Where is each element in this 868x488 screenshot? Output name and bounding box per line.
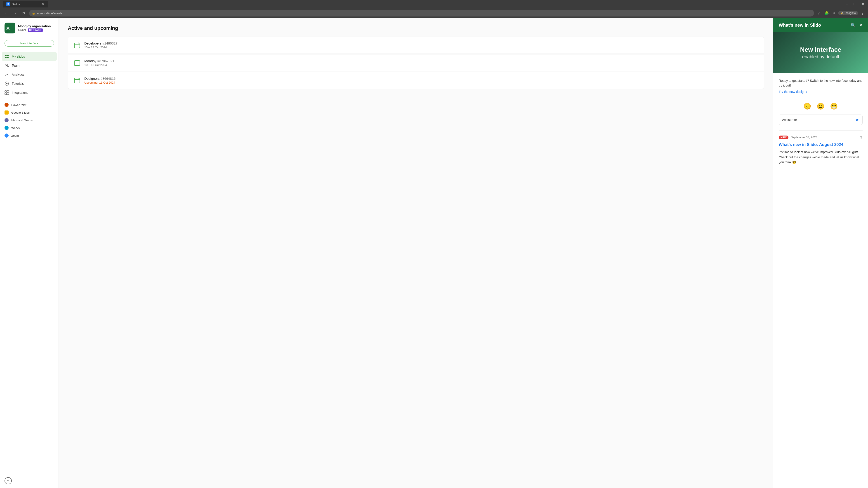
panel-header-actions: 🔍 ✕ — [850, 23, 863, 28]
extensions-button[interactable]: 🧩 — [824, 10, 830, 16]
sidebar-item-label: Analytics — [12, 73, 24, 76]
svg-rect-13 — [7, 93, 9, 95]
event-item[interactable]: Designers #8664816 Upcoming: 11 Oct 2024 — [68, 72, 764, 89]
help-button[interactable]: ? — [4, 477, 12, 484]
section-title: Active and upcoming — [68, 25, 764, 31]
google-slides-dot — [4, 110, 8, 115]
org-role: Owner UPGRADE — [18, 29, 54, 32]
svg-rect-12 — [5, 93, 6, 95]
address-bar[interactable]: 🔒 admin.sli.do/events — [29, 10, 814, 17]
search-panel-button[interactable]: 🔍 — [850, 23, 856, 28]
powerpoint-dot — [4, 103, 8, 107]
news-item: NEW September 03, 2024 ⇧ What's new in S… — [779, 130, 863, 165]
sidebar-item-label: Tutorials — [12, 82, 24, 86]
svg-point-6 — [6, 64, 7, 66]
svg-marker-9 — [6, 83, 8, 84]
event-title: Designers #8664816 — [84, 76, 758, 80]
send-feedback-button[interactable]: ➤ — [855, 117, 859, 123]
try-new-design-link[interactable]: Try the new design › — [779, 90, 807, 94]
browser-tab[interactable]: S Slidos ✕ — [3, 1, 48, 7]
team-icon — [4, 63, 9, 68]
sidebar-item-integrations[interactable]: Integrations — [0, 88, 59, 97]
event-info: Moodoy #37867021 10 – 13 Oct 2024 — [84, 59, 758, 67]
bookmark-button[interactable]: ☆ — [817, 10, 822, 16]
sidebar-item-google-slides[interactable]: Google Slides — [0, 109, 59, 116]
back-button[interactable]: ← — [3, 10, 9, 17]
tab-favicon: S — [6, 2, 10, 6]
sidebar-item-analytics[interactable]: Analytics — [0, 70, 59, 79]
panel-body: Ready to get started? Switch to the new … — [773, 73, 868, 488]
org-info: Moodjoy organization Owner UPGRADE — [18, 24, 54, 32]
forward-button[interactable]: → — [12, 10, 18, 17]
svg-rect-4 — [5, 57, 6, 58]
svg-point-7 — [7, 64, 8, 66]
svg-rect-16 — [78, 42, 79, 43]
feedback-input-row: ➤ — [779, 115, 863, 125]
minimize-button[interactable]: ─ — [844, 2, 849, 6]
event-info: Developers #1480327 10 – 13 Oct 2024 — [84, 41, 758, 49]
news-title[interactable]: What's new in Slido: August 2024 — [779, 142, 863, 147]
tab-label: Slidos — [12, 2, 20, 6]
reload-button[interactable]: ↻ — [21, 10, 26, 17]
download-button[interactable]: ⬇ — [832, 10, 836, 16]
sidebar-header: S Moodjoy organization Owner UPGRADE — [0, 18, 59, 37]
panel-header: What's new in Slido 🔍 ✕ — [773, 18, 868, 32]
incognito-label: Incognito — [845, 11, 856, 15]
powerpoint-label: PowerPoint — [11, 103, 26, 107]
close-panel-button[interactable]: ✕ — [859, 23, 863, 28]
svg-rect-3 — [7, 55, 8, 56]
event-date: Upcoming: 11 Oct 2024 — [84, 81, 758, 84]
svg-rect-14 — [74, 43, 80, 48]
event-item[interactable]: Moodoy #37867021 10 – 13 Oct 2024 — [68, 54, 764, 71]
maximize-button[interactable]: ❐ — [852, 2, 857, 6]
emoji-sad-button[interactable]: 😞 — [802, 102, 812, 111]
events-list: Developers #1480327 10 – 13 Oct 2024 — [68, 37, 764, 89]
tab-close-button[interactable]: ✕ — [41, 2, 44, 6]
event-title: Moodoy #37867021 — [84, 59, 758, 63]
sidebar-item-team[interactable]: Team — [0, 61, 59, 70]
event-item[interactable]: Developers #1480327 10 – 13 Oct 2024 — [68, 37, 764, 54]
svg-rect-21 — [76, 78, 76, 79]
emoji-row: 😞 😐 😁 — [779, 102, 863, 111]
sidebar-item-powerpoint[interactable]: PowerPoint — [0, 101, 59, 109]
close-button[interactable]: ✕ — [861, 2, 865, 6]
google-slides-label: Google Slides — [11, 111, 30, 114]
news-item-header: NEW September 03, 2024 ⇧ — [779, 135, 863, 139]
zoom-label: Zoom — [11, 134, 19, 137]
sidebar-footer: ? — [0, 474, 59, 488]
hero-subtitle: enabled by default — [802, 54, 839, 59]
event-date: 10 – 13 Oct 2024 — [84, 46, 758, 49]
svg-rect-2 — [5, 55, 6, 56]
window-controls: ─ ❐ ✕ — [844, 2, 865, 6]
panel-title: What's new in Slido — [779, 23, 821, 28]
my-slidos-icon — [4, 54, 9, 59]
sidebar-item-tutorials[interactable]: Tutorials — [0, 79, 59, 88]
sidebar-item-my-slidos[interactable]: My slidos — [2, 52, 57, 61]
sidebar-item-microsoft-teams[interactable]: Microsoft Teams — [0, 116, 59, 124]
svg-rect-22 — [78, 78, 79, 79]
sidebar: S Moodjoy organization Owner UPGRADE New… — [0, 18, 59, 488]
svg-rect-10 — [5, 91, 6, 92]
upgrade-badge[interactable]: UPGRADE — [28, 29, 43, 32]
news-description: It's time to look at how we've improved … — [779, 150, 863, 165]
analytics-icon — [4, 72, 9, 77]
sidebar-item-zoom[interactable]: Zoom — [0, 132, 59, 139]
incognito-icon: 🕵 — [840, 11, 844, 15]
news-meta: NEW September 03, 2024 — [779, 135, 817, 139]
share-icon[interactable]: ⇧ — [860, 135, 863, 139]
new-interface-button[interactable]: New interface — [4, 40, 54, 46]
menu-button[interactable]: ⋮ — [860, 10, 865, 16]
nav-actions: ☆ 🧩 ⬇ 🕵 Incognito ⋮ — [817, 10, 865, 16]
svg-text:S: S — [6, 26, 10, 31]
hero-title: New interface — [800, 46, 841, 54]
sidebar-item-webex[interactable]: Webex — [0, 124, 59, 132]
svg-rect-20 — [74, 78, 80, 83]
new-tab-button[interactable]: + — [51, 2, 53, 7]
event-info: Designers #8664816 Upcoming: 11 Oct 2024 — [84, 76, 758, 84]
lock-icon: 🔒 — [32, 11, 35, 15]
feedback-input[interactable] — [782, 118, 854, 122]
new-badge: NEW — [779, 135, 788, 139]
emoji-happy-button[interactable]: 😁 — [829, 102, 839, 111]
calendar-icon — [73, 41, 81, 49]
emoji-neutral-button[interactable]: 😐 — [816, 102, 826, 111]
